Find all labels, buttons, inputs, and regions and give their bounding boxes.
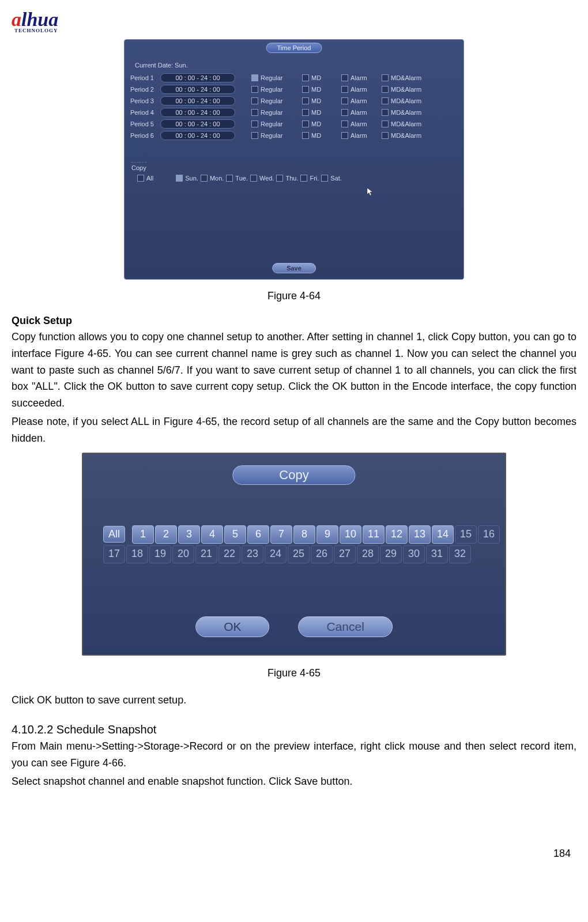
all-checkbox[interactable]: All xyxy=(137,175,153,182)
alarm-checkbox[interactable]: Alarm xyxy=(341,86,377,93)
mdalarm-checkbox[interactable]: MD&Alarm xyxy=(382,74,421,81)
ok-button[interactable]: OK xyxy=(195,616,269,637)
copy-label: Copy xyxy=(131,162,146,171)
checkbox-icon xyxy=(251,74,258,81)
md-checkbox[interactable]: MD xyxy=(302,74,337,81)
channel-32[interactable]: 32 xyxy=(449,545,471,563)
channel-29[interactable]: 29 xyxy=(380,545,402,563)
day-tue-checkbox[interactable]: Tue. xyxy=(226,175,248,182)
channel-9[interactable]: 9 xyxy=(316,525,338,544)
channel-20[interactable]: 20 xyxy=(172,545,194,563)
checkbox-icon xyxy=(302,97,309,104)
checkbox-icon xyxy=(321,175,328,182)
day-sat-checkbox[interactable]: Sat. xyxy=(321,175,342,182)
channel-4[interactable]: 4 xyxy=(201,525,223,544)
day-mon-checkbox[interactable]: Mon. xyxy=(201,175,224,182)
mdalarm-checkbox[interactable]: MD&Alarm xyxy=(382,86,421,93)
day-fri-checkbox[interactable]: Fri. xyxy=(300,175,319,182)
quick-setup-heading: Quick Setup xyxy=(12,315,576,327)
period-label: Period 2 xyxy=(130,86,160,93)
time-input[interactable]: 00 : 00 - 24 : 00 xyxy=(160,73,235,82)
regular-checkbox[interactable]: Regular xyxy=(251,121,297,127)
section-heading: 4.10.2.2 Schedule Snapshot xyxy=(12,723,576,736)
regular-checkbox[interactable]: Regular xyxy=(251,97,297,104)
time-input[interactable]: 00 : 00 - 24 : 00 xyxy=(160,108,235,117)
cursor-icon xyxy=(367,187,375,198)
channel-22[interactable]: 22 xyxy=(218,545,240,563)
logo-text-rest: lhua xyxy=(21,9,58,30)
channel-25[interactable]: 25 xyxy=(288,545,310,563)
md-checkbox[interactable]: MD xyxy=(302,86,337,93)
dialog-button-row: OK Cancel xyxy=(195,616,393,637)
alarm-checkbox[interactable]: Alarm xyxy=(341,109,377,116)
time-input[interactable]: 00 : 00 - 24 : 00 xyxy=(160,85,235,94)
checkbox-icon xyxy=(341,109,348,116)
channel-11[interactable]: 11 xyxy=(363,525,385,544)
period-grid: Period 1 00 : 00 - 24 : 00 Regular MD Al… xyxy=(130,73,458,142)
alarm-checkbox[interactable]: Alarm xyxy=(341,132,377,139)
channel-5[interactable]: 5 xyxy=(224,525,246,544)
alarm-checkbox[interactable]: Alarm xyxy=(341,97,377,104)
checkbox-icon xyxy=(382,109,389,116)
channel-6[interactable]: 6 xyxy=(247,525,269,544)
mdalarm-checkbox[interactable]: MD&Alarm xyxy=(382,109,421,116)
channel-27[interactable]: 27 xyxy=(334,545,356,563)
channel-30[interactable]: 30 xyxy=(403,545,425,563)
day-thu-checkbox[interactable]: Thu. xyxy=(276,175,298,182)
mdalarm-checkbox[interactable]: MD&Alarm xyxy=(382,132,421,139)
channel-1[interactable]: 1 xyxy=(132,525,154,544)
save-button[interactable]: Save xyxy=(272,263,316,273)
day-sun-checkbox[interactable]: Sun. xyxy=(176,175,198,182)
day-wed-checkbox[interactable]: Wed. xyxy=(250,175,274,182)
checkbox-icon xyxy=(302,74,309,81)
alarm-checkbox[interactable]: Alarm xyxy=(341,121,377,127)
channel-26[interactable]: 26 xyxy=(311,545,333,563)
period-label: Period 5 xyxy=(130,121,160,127)
paragraph-2: Please note, if you select ALL in Figure… xyxy=(12,413,576,447)
channel-7[interactable]: 7 xyxy=(270,525,292,544)
checkbox-icon xyxy=(341,86,348,93)
channel-21[interactable]: 21 xyxy=(195,545,217,563)
checkbox-icon xyxy=(250,175,257,182)
channel-24[interactable]: 24 xyxy=(265,545,287,563)
channel-28[interactable]: 28 xyxy=(357,545,379,563)
time-input[interactable]: 00 : 00 - 24 : 00 xyxy=(160,131,235,140)
checkbox-icon xyxy=(302,121,309,127)
md-checkbox[interactable]: MD xyxy=(302,109,337,116)
time-input[interactable]: 00 : 00 - 24 : 00 xyxy=(160,96,235,106)
channel-15[interactable]: 15 xyxy=(455,525,477,544)
regular-checkbox[interactable]: Regular xyxy=(251,86,297,93)
channel-8[interactable]: 8 xyxy=(293,525,315,544)
alarm-checkbox[interactable]: Alarm xyxy=(341,74,377,81)
cancel-button[interactable]: Cancel xyxy=(298,616,392,637)
channel-12[interactable]: 12 xyxy=(386,525,408,544)
channel-14[interactable]: 14 xyxy=(432,525,454,544)
channel-3[interactable]: 3 xyxy=(178,525,200,544)
regular-checkbox[interactable]: Regular xyxy=(251,74,297,81)
period-row-3: Period 3 00 : 00 - 24 : 00 Regular MD Al… xyxy=(130,96,458,106)
channel-19[interactable]: 19 xyxy=(149,545,171,563)
channel-17[interactable]: 17 xyxy=(103,545,125,563)
panel-title: Time Period xyxy=(266,43,322,53)
mdalarm-checkbox[interactable]: MD&Alarm xyxy=(382,121,421,127)
channel-18[interactable]: 18 xyxy=(126,545,148,563)
md-checkbox[interactable]: MD xyxy=(302,97,337,104)
regular-checkbox[interactable]: Regular xyxy=(251,109,297,116)
time-input[interactable]: 00 : 00 - 24 : 00 xyxy=(160,119,235,129)
all-channels-button[interactable]: All xyxy=(103,526,125,543)
mdalarm-checkbox[interactable]: MD&Alarm xyxy=(382,97,421,104)
md-checkbox[interactable]: MD xyxy=(302,121,337,127)
channel-23[interactable]: 23 xyxy=(242,545,263,563)
channel-13[interactable]: 13 xyxy=(409,525,431,544)
checkbox-icon xyxy=(341,74,348,81)
channel-2[interactable]: 2 xyxy=(155,525,177,544)
channel-31[interactable]: 31 xyxy=(426,545,448,563)
md-checkbox[interactable]: MD xyxy=(302,132,337,139)
channel-10[interactable]: 10 xyxy=(340,525,361,544)
copy-dialog-title: Copy xyxy=(232,465,355,485)
regular-checkbox[interactable]: Regular xyxy=(251,132,297,139)
checkbox-icon xyxy=(226,175,233,182)
period-label: Period 6 xyxy=(130,132,160,139)
channel-16[interactable]: 16 xyxy=(478,525,500,544)
checkbox-icon xyxy=(300,175,307,182)
